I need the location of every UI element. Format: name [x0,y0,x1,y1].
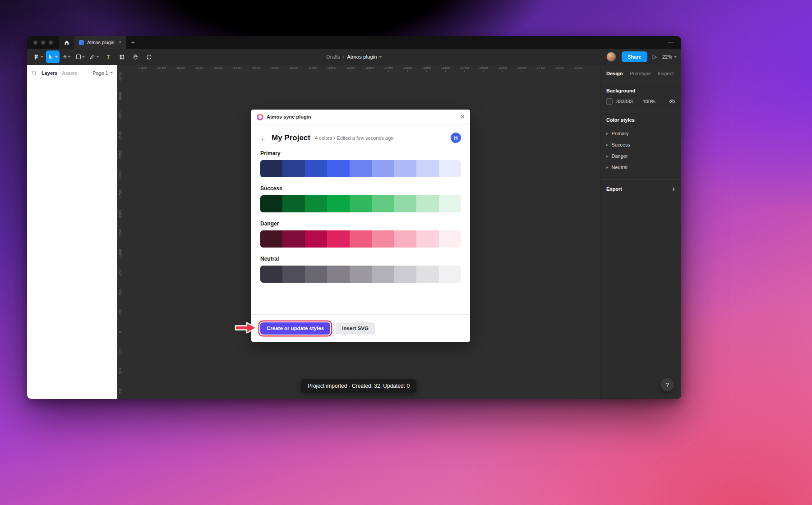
traffic-light-close[interactable] [33,41,37,45]
home-button[interactable] [59,36,74,49]
color-swatch[interactable] [350,195,372,212]
color-swatch[interactable] [372,230,394,248]
pen-tool-button[interactable] [88,50,101,63]
resources-tool-button[interactable] [115,50,128,63]
color-swatch[interactable] [416,230,438,248]
color-swatch[interactable] [260,195,282,212]
breadcrumb-file[interactable]: Atmos plugin [347,54,382,60]
create-styles-button[interactable]: Create or update styles [260,322,330,335]
palette-swatches [260,266,461,283]
tab-design[interactable]: Design [606,71,623,76]
color-style-item[interactable]: ▸Primary [606,128,675,139]
color-swatch[interactable] [372,195,394,212]
palette-name: Primary [260,150,461,156]
text-tool-button[interactable]: T [102,50,115,63]
more-options-button[interactable]: ⋯ [661,36,681,49]
breadcrumb-folder[interactable]: Drafts [326,54,340,60]
color-swatch[interactable] [372,160,394,177]
page-selector[interactable]: Page 1 [92,70,113,76]
project-header-row: ← My Project 4 colors • Edited a few sec… [260,133,461,143]
color-swatch[interactable] [350,266,372,283]
comment-tool-button[interactable] [143,50,155,63]
palette-section: Success [260,185,461,212]
dialog-close-button[interactable]: × [461,113,465,120]
main-menu-button[interactable] [32,50,45,63]
color-swatch[interactable] [327,230,349,248]
add-export-button[interactable]: + [672,185,675,193]
color-swatch[interactable] [372,266,394,283]
background-hex-value[interactable]: 333333 [616,99,633,104]
ruler-label: -2750 [118,111,122,122]
new-tab-button[interactable]: + [126,36,140,49]
color-swatch[interactable] [439,160,461,177]
ruler-label: 750 [118,386,122,396]
color-style-list: ▸Primary▸Success▸Danger▸Neutral [606,128,675,173]
ruler-label: -6000 [213,66,222,70]
color-swatch[interactable] [305,266,327,283]
color-swatch[interactable] [305,195,327,212]
search-icon[interactable] [32,70,37,76]
export-label: Export [606,186,622,192]
palette-list: PrimarySuccessDangerNeutral [260,150,461,283]
hand-tool-button[interactable] [129,50,142,63]
traffic-light-maximize[interactable] [49,41,53,45]
color-swatch[interactable] [305,230,327,248]
back-button[interactable]: ← [260,134,267,142]
tab-inspect[interactable]: Inspect [658,71,674,76]
chevron-right-icon: ▸ [606,131,609,136]
color-swatch[interactable] [350,160,372,177]
color-swatch[interactable] [305,160,327,177]
color-swatch[interactable] [282,160,304,177]
color-swatch[interactable] [350,230,372,248]
hand-icon [133,54,138,60]
color-style-item[interactable]: ▸Neutral [606,161,675,173]
color-swatch[interactable] [260,230,282,248]
color-swatch[interactable] [327,160,349,177]
ruler-label: -7000 [138,66,147,70]
color-swatch[interactable] [282,266,304,283]
document-tab[interactable]: Atmos plugin × [74,36,126,49]
traffic-light-minimize[interactable] [41,41,45,45]
background-opacity-value[interactable]: 100% [643,99,655,104]
color-style-item[interactable]: ▸Success [606,139,675,150]
color-swatch[interactable] [327,266,349,283]
project-avatar[interactable]: H [451,133,461,143]
color-swatch[interactable] [394,160,416,177]
share-button[interactable]: Share [622,51,647,62]
toolbar-right-group: Share ▷ 22% [606,51,677,62]
color-swatch[interactable] [282,195,304,212]
color-swatch[interactable] [394,195,416,212]
color-swatch[interactable] [416,160,438,177]
help-button[interactable]: ? [660,378,674,391]
color-swatch[interactable] [439,195,461,212]
user-avatar[interactable] [606,52,616,62]
color-swatch[interactable] [394,266,416,283]
tab-layers[interactable]: Layers [42,70,57,76]
color-swatch[interactable] [282,230,304,248]
present-button[interactable]: ▷ [653,54,657,60]
eye-icon [669,99,675,104]
color-swatch[interactable] [260,266,282,283]
project-name: My Project [272,133,310,142]
tab-close-icon[interactable]: × [118,39,122,46]
rectangle-tool-button[interactable] [74,50,87,63]
move-tool-button[interactable] [46,50,60,63]
frame-tool-button[interactable]: # [60,50,73,63]
insert-svg-button[interactable]: Insert SVG [336,322,375,335]
visibility-toggle[interactable] [669,99,675,104]
color-style-item[interactable]: ▸Danger [606,150,675,161]
tab-prototype[interactable]: Prototype [630,71,651,76]
color-swatch[interactable] [327,195,349,212]
color-swatch[interactable] [439,266,461,283]
color-swatch[interactable] [260,160,282,177]
background-color-swatch[interactable] [606,98,613,105]
chevron-down-icon [110,72,113,73]
color-swatch[interactable] [394,230,416,248]
color-swatch[interactable] [416,195,438,212]
color-swatch[interactable] [416,266,438,283]
ruler-label: -3000 [118,91,122,102]
zoom-menu[interactable]: 22% [662,54,677,60]
color-swatch[interactable] [439,230,461,248]
tab-assets[interactable]: Assets [62,70,77,76]
background-label: Background [606,88,675,93]
